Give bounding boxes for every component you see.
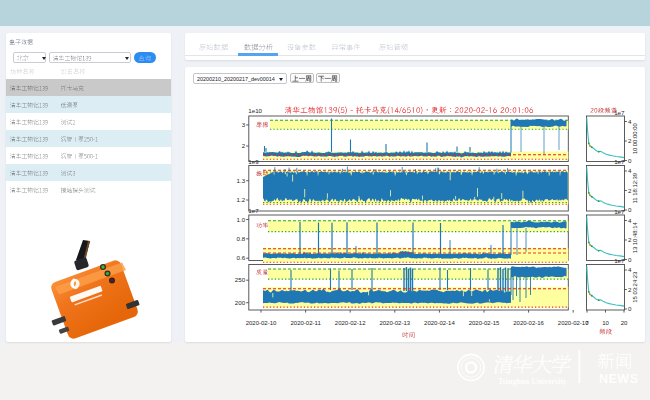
svg-text:2020-02-16: 2020-02-16 [513, 320, 544, 326]
svg-text:20: 20 [621, 320, 628, 326]
svg-text:0.8: 0.8 [237, 235, 246, 242]
svg-text:15 03:24:23: 15 03:24:23 [632, 271, 638, 303]
svg-text:1e7: 1e7 [248, 207, 259, 214]
svg-text:0.6: 0.6 [237, 254, 246, 261]
svg-text:250: 250 [235, 276, 246, 283]
svg-text:2020-02-14: 2020-02-14 [424, 320, 455, 326]
svg-text:2: 2 [242, 142, 246, 149]
svg-text:11 18:12:39: 11 18:12:39 [632, 173, 638, 204]
svg-text:10 00:00:00: 10 00:00:00 [632, 123, 638, 155]
svg-text:2020-02-15: 2020-02-15 [469, 320, 500, 326]
svg-text:1.2: 1.2 [237, 196, 246, 203]
svg-text:2020-02-10: 2020-02-10 [246, 320, 277, 326]
svg-text:1e9: 1e9 [248, 158, 259, 165]
svg-text:200: 200 [235, 299, 246, 306]
svg-text:10: 10 [602, 320, 609, 326]
svg-text:1e7: 1e7 [614, 208, 625, 215]
svg-text:1e10: 1e10 [248, 107, 262, 114]
svg-text:1.0: 1.0 [237, 216, 246, 223]
svg-text:2020-02-13: 2020-02-13 [379, 320, 410, 326]
svg-text:2020-02-11: 2020-02-11 [290, 320, 321, 326]
svg-text:1.3: 1.3 [237, 177, 246, 184]
svg-text:3: 3 [242, 121, 246, 128]
svg-text:0: 0 [628, 206, 632, 213]
svg-text:0: 0 [585, 320, 589, 326]
svg-text:1e7: 1e7 [614, 109, 625, 116]
svg-text:0: 0 [628, 157, 632, 164]
svg-text:0: 0 [628, 305, 632, 312]
svg-text:1e7: 1e7 [614, 158, 625, 165]
svg-text:13 10:48:14: 13 10:48:14 [632, 222, 638, 254]
svg-text:0: 0 [628, 256, 632, 263]
svg-text:2020-02-12: 2020-02-12 [335, 320, 366, 326]
svg-text:1e7: 1e7 [614, 257, 625, 264]
